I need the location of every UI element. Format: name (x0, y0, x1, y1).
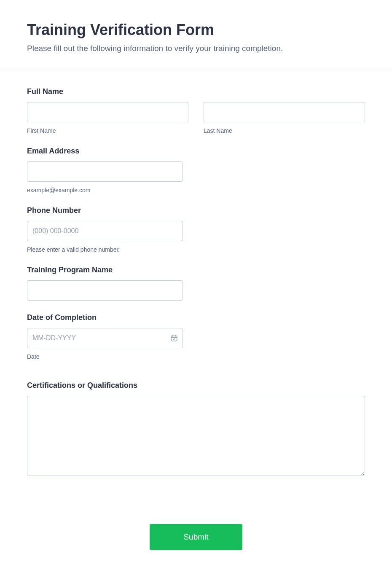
program-group: Training Program Name (27, 266, 365, 301)
full-name-label: Full Name (27, 87, 365, 96)
phone-sublabel: Please enter a valid phone number. (27, 246, 365, 253)
phone-label: Phone Number (27, 206, 365, 215)
page-subtitle: Please fill out the following informatio… (27, 44, 365, 53)
completion-group: Date of Completion Date (27, 313, 365, 360)
certs-group: Certifications or Qualifications (27, 381, 365, 478)
certs-textarea[interactable] (27, 396, 365, 476)
email-sublabel: example@example.com (27, 187, 365, 193)
last-name-input[interactable] (204, 102, 365, 122)
completion-label: Date of Completion (27, 313, 365, 322)
phone-group: Phone Number Please enter a valid phone … (27, 206, 365, 253)
first-name-sublabel: First Name (27, 127, 188, 134)
email-input[interactable] (27, 161, 183, 182)
form-footer: Submit (0, 507, 392, 575)
completion-sublabel: Date (27, 353, 365, 360)
form-body: Full Name First Name Last Name Email Add… (0, 70, 392, 381)
program-input[interactable] (27, 280, 183, 301)
completion-date-input[interactable] (27, 328, 183, 348)
full-name-group: Full Name First Name Last Name (27, 87, 365, 134)
last-name-sublabel: Last Name (204, 127, 365, 134)
page-title: Training Verification Form (27, 21, 365, 39)
submit-button[interactable]: Submit (150, 524, 242, 550)
program-label: Training Program Name (27, 266, 365, 274)
form-header: Training Verification Form Please fill o… (0, 0, 392, 70)
email-label: Email Address (27, 147, 365, 156)
first-name-input[interactable] (27, 102, 188, 122)
phone-input[interactable] (27, 221, 183, 241)
certs-section: Certifications or Qualifications (0, 381, 392, 507)
email-group: Email Address example@example.com (27, 147, 365, 193)
certs-label: Certifications or Qualifications (27, 381, 365, 390)
